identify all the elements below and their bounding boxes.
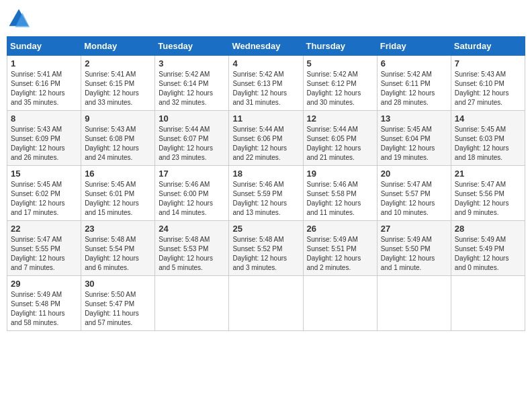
day-info: Sunrise: 5:45 AMSunset: 6:03 PMDaylight:… bbox=[455, 125, 521, 163]
day-info: Sunrise: 5:47 AMSunset: 5:56 PMDaylight:… bbox=[455, 180, 521, 218]
day-info: Sunrise: 5:46 AMSunset: 5:59 PMDaylight:… bbox=[232, 180, 299, 218]
calendar-cell: 23 Sunrise: 5:48 AMSunset: 5:54 PMDaylig… bbox=[81, 221, 155, 276]
calendar-cell: 8 Sunrise: 5:43 AMSunset: 6:09 PMDayligh… bbox=[7, 111, 81, 166]
calendar-cell: 3 Sunrise: 5:42 AMSunset: 6:14 PMDayligh… bbox=[155, 56, 229, 111]
day-number: 20 bbox=[381, 169, 447, 179]
weekday-header: Sunday bbox=[7, 37, 81, 56]
calendar-cell bbox=[303, 276, 377, 331]
calendar-cell: 7 Sunrise: 5:43 AMSunset: 6:10 PMDayligh… bbox=[451, 56, 525, 111]
calendar-cell: 9 Sunrise: 5:43 AMSunset: 6:08 PMDayligh… bbox=[81, 111, 155, 166]
day-number: 10 bbox=[159, 113, 225, 124]
day-info: Sunrise: 5:42 AMSunset: 6:11 PMDaylight:… bbox=[381, 70, 447, 107]
day-info: Sunrise: 5:41 AMSunset: 6:16 PMDaylight:… bbox=[11, 70, 77, 107]
day-info: Sunrise: 5:48 AMSunset: 5:52 PMDaylight:… bbox=[232, 235, 299, 273]
weekday-header: Friday bbox=[377, 37, 451, 56]
day-number: 2 bbox=[85, 58, 151, 68]
day-info: Sunrise: 5:42 AMSunset: 6:12 PMDaylight:… bbox=[307, 70, 373, 107]
day-number: 30 bbox=[85, 279, 151, 289]
day-info: Sunrise: 5:49 AMSunset: 5:50 PMDaylight:… bbox=[381, 235, 447, 273]
calendar-body: 1 Sunrise: 5:41 AMSunset: 6:16 PMDayligh… bbox=[7, 56, 525, 331]
day-number: 26 bbox=[307, 224, 373, 234]
calendar-week: 1 Sunrise: 5:41 AMSunset: 6:16 PMDayligh… bbox=[7, 56, 525, 111]
calendar-cell: 28 Sunrise: 5:49 AMSunset: 5:49 PMDaylig… bbox=[451, 221, 525, 276]
weekday-header: Wednesday bbox=[229, 37, 303, 56]
day-number: 18 bbox=[232, 169, 299, 179]
calendar-cell: 1 Sunrise: 5:41 AMSunset: 6:16 PMDayligh… bbox=[7, 56, 81, 111]
day-info: Sunrise: 5:43 AMSunset: 6:09 PMDaylight:… bbox=[11, 125, 77, 163]
logo bbox=[7, 7, 34, 31]
day-number: 12 bbox=[307, 113, 373, 124]
calendar-cell bbox=[377, 276, 451, 331]
calendar-cell: 25 Sunrise: 5:48 AMSunset: 5:52 PMDaylig… bbox=[229, 221, 303, 276]
day-info: Sunrise: 5:48 AMSunset: 5:54 PMDaylight:… bbox=[85, 235, 151, 273]
day-info: Sunrise: 5:43 AMSunset: 6:08 PMDaylight:… bbox=[85, 125, 151, 163]
calendar-cell: 19 Sunrise: 5:46 AMSunset: 5:58 PMDaylig… bbox=[303, 166, 377, 221]
calendar: SundayMondayTuesdayWednesdayThursdayFrid… bbox=[7, 36, 525, 331]
calendar-cell bbox=[155, 276, 229, 331]
day-number: 29 bbox=[11, 279, 77, 289]
day-info: Sunrise: 5:46 AMSunset: 6:00 PMDaylight:… bbox=[159, 180, 225, 218]
day-info: Sunrise: 5:47 AMSunset: 5:55 PMDaylight:… bbox=[11, 235, 77, 273]
calendar-cell: 27 Sunrise: 5:49 AMSunset: 5:50 PMDaylig… bbox=[377, 221, 451, 276]
day-number: 16 bbox=[85, 169, 151, 179]
calendar-cell: 2 Sunrise: 5:41 AMSunset: 6:15 PMDayligh… bbox=[81, 56, 155, 111]
day-number: 3 bbox=[159, 58, 225, 68]
day-number: 24 bbox=[159, 224, 225, 234]
calendar-cell bbox=[451, 276, 525, 331]
day-info: Sunrise: 5:50 AMSunset: 5:47 PMDaylight:… bbox=[85, 290, 151, 328]
day-info: Sunrise: 5:49 AMSunset: 5:48 PMDaylight:… bbox=[11, 290, 77, 328]
calendar-cell: 16 Sunrise: 5:45 AMSunset: 6:01 PMDaylig… bbox=[81, 166, 155, 221]
day-number: 4 bbox=[232, 58, 299, 68]
day-info: Sunrise: 5:44 AMSunset: 6:07 PMDaylight:… bbox=[159, 125, 225, 163]
calendar-cell: 18 Sunrise: 5:46 AMSunset: 5:59 PMDaylig… bbox=[229, 166, 303, 221]
calendar-week: 22 Sunrise: 5:47 AMSunset: 5:55 PMDaylig… bbox=[7, 221, 525, 276]
page-header bbox=[7, 7, 525, 31]
calendar-header: SundayMondayTuesdayWednesdayThursdayFrid… bbox=[7, 37, 525, 56]
day-info: Sunrise: 5:42 AMSunset: 6:14 PMDaylight:… bbox=[159, 70, 225, 107]
day-number: 5 bbox=[307, 58, 373, 68]
calendar-cell: 24 Sunrise: 5:48 AMSunset: 5:53 PMDaylig… bbox=[155, 221, 229, 276]
day-info: Sunrise: 5:49 AMSunset: 5:49 PMDaylight:… bbox=[455, 235, 521, 273]
day-number: 9 bbox=[85, 113, 151, 124]
day-info: Sunrise: 5:44 AMSunset: 6:05 PMDaylight:… bbox=[307, 125, 373, 163]
calendar-cell: 12 Sunrise: 5:44 AMSunset: 6:05 PMDaylig… bbox=[303, 111, 377, 166]
weekday-header: Tuesday bbox=[155, 37, 229, 56]
day-number: 23 bbox=[85, 224, 151, 234]
calendar-cell: 14 Sunrise: 5:45 AMSunset: 6:03 PMDaylig… bbox=[451, 111, 525, 166]
calendar-cell: 15 Sunrise: 5:45 AMSunset: 6:02 PMDaylig… bbox=[7, 166, 81, 221]
calendar-cell: 22 Sunrise: 5:47 AMSunset: 5:55 PMDaylig… bbox=[7, 221, 81, 276]
calendar-cell: 21 Sunrise: 5:47 AMSunset: 5:56 PMDaylig… bbox=[451, 166, 525, 221]
day-info: Sunrise: 5:46 AMSunset: 5:58 PMDaylight:… bbox=[307, 180, 373, 218]
logo-icon bbox=[7, 7, 31, 31]
calendar-cell: 17 Sunrise: 5:46 AMSunset: 6:00 PMDaylig… bbox=[155, 166, 229, 221]
calendar-cell: 10 Sunrise: 5:44 AMSunset: 6:07 PMDaylig… bbox=[155, 111, 229, 166]
calendar-week: 15 Sunrise: 5:45 AMSunset: 6:02 PMDaylig… bbox=[7, 166, 525, 221]
weekday-header: Thursday bbox=[303, 37, 377, 56]
calendar-cell: 30 Sunrise: 5:50 AMSunset: 5:47 PMDaylig… bbox=[81, 276, 155, 331]
day-number: 14 bbox=[455, 113, 521, 124]
calendar-week: 29 Sunrise: 5:49 AMSunset: 5:48 PMDaylig… bbox=[7, 276, 525, 331]
calendar-cell: 6 Sunrise: 5:42 AMSunset: 6:11 PMDayligh… bbox=[377, 56, 451, 111]
day-info: Sunrise: 5:42 AMSunset: 6:13 PMDaylight:… bbox=[232, 70, 299, 107]
calendar-cell: 11 Sunrise: 5:44 AMSunset: 6:06 PMDaylig… bbox=[229, 111, 303, 166]
day-number: 6 bbox=[381, 58, 447, 68]
day-number: 27 bbox=[381, 224, 447, 234]
day-info: Sunrise: 5:48 AMSunset: 5:53 PMDaylight:… bbox=[159, 235, 225, 273]
day-number: 17 bbox=[159, 169, 225, 179]
day-info: Sunrise: 5:44 AMSunset: 6:06 PMDaylight:… bbox=[232, 125, 299, 163]
day-number: 8 bbox=[11, 113, 77, 124]
day-number: 21 bbox=[455, 169, 521, 179]
day-number: 25 bbox=[232, 224, 299, 234]
weekday-header: Saturday bbox=[451, 37, 525, 56]
day-info: Sunrise: 5:45 AMSunset: 6:01 PMDaylight:… bbox=[85, 180, 151, 218]
day-number: 22 bbox=[11, 224, 77, 234]
calendar-cell: 4 Sunrise: 5:42 AMSunset: 6:13 PMDayligh… bbox=[229, 56, 303, 111]
calendar-cell bbox=[229, 276, 303, 331]
calendar-week: 8 Sunrise: 5:43 AMSunset: 6:09 PMDayligh… bbox=[7, 111, 525, 166]
calendar-cell: 26 Sunrise: 5:49 AMSunset: 5:51 PMDaylig… bbox=[303, 221, 377, 276]
day-number: 1 bbox=[11, 58, 77, 68]
calendar-cell: 20 Sunrise: 5:47 AMSunset: 5:57 PMDaylig… bbox=[377, 166, 451, 221]
day-number: 15 bbox=[11, 169, 77, 179]
weekday-header: Monday bbox=[81, 37, 155, 56]
day-info: Sunrise: 5:49 AMSunset: 5:51 PMDaylight:… bbox=[307, 235, 373, 273]
